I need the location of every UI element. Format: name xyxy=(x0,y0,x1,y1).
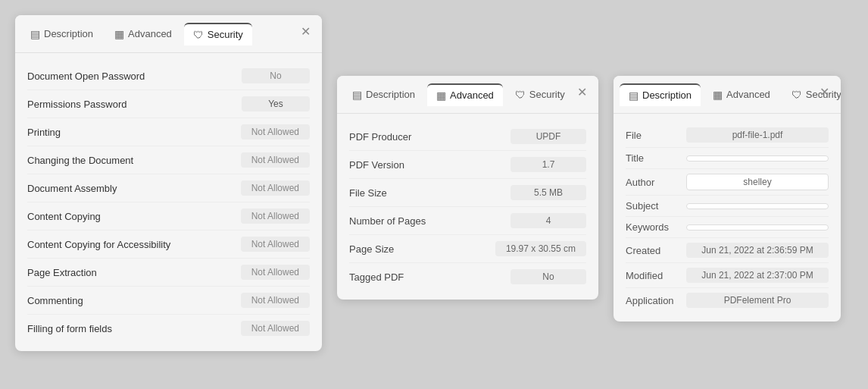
row-value: Jun 21, 2022 at 2:36:59 PM xyxy=(686,243,829,258)
row-value: Not Allowed xyxy=(241,152,310,168)
row-label: Page Size xyxy=(349,243,394,255)
row-value: 5.5 MB xyxy=(510,185,586,200)
table-row: Page Size 19.97 x 30.55 cm xyxy=(349,235,586,263)
row-value: 19.97 x 30.55 cm xyxy=(495,241,586,256)
table-row: Permissions Password Yes xyxy=(27,90,310,118)
tab-description-1[interactable]: ▤ Description xyxy=(21,24,102,45)
table-row: Author shelley xyxy=(626,169,829,196)
row-value: No xyxy=(510,269,586,284)
row-label: PDF Producer xyxy=(349,131,411,143)
table-row: Document Open Password No xyxy=(27,62,310,90)
tab-advanced-label-2: Advanced xyxy=(450,89,494,101)
row-value: Not Allowed xyxy=(241,293,310,308)
table-row: Modified Jun 21, 2022 at 2:37:00 PM xyxy=(626,263,829,288)
row-label: File xyxy=(626,130,679,141)
row-value[interactable]: shelley xyxy=(686,174,829,190)
row-value: 4 xyxy=(510,213,586,228)
row-label: Number of Pages xyxy=(349,215,426,227)
row-value[interactable] xyxy=(686,224,829,231)
table-row: Application PDFelement Pro xyxy=(626,288,829,312)
tab-security-2[interactable]: 🛡 Security xyxy=(506,84,574,105)
row-label: Author xyxy=(626,177,679,188)
table-row: Printing Not Allowed xyxy=(27,118,310,146)
tab-advanced-1[interactable]: ▦ Advanced xyxy=(105,24,181,45)
panel3-tabs: ▤ Description ▦ Advanced 🛡 Security ✕ xyxy=(614,76,841,114)
row-label: Printing xyxy=(27,127,61,138)
tab-description-label-1: Description xyxy=(44,28,93,39)
row-label: Page Extraction xyxy=(27,267,97,278)
table-row: Content Copying for Accessibility Not Al… xyxy=(27,231,310,259)
tab-description-2[interactable]: ▤ Description xyxy=(343,84,424,105)
row-label: Document Open Password xyxy=(27,71,145,82)
row-label: Commenting xyxy=(27,295,83,306)
row-value: 1.7 xyxy=(510,157,586,172)
panel1-body: Document Open Password No Permissions Pa… xyxy=(15,53,322,351)
description-icon-3: ▤ xyxy=(629,89,639,102)
tab-advanced-label-3: Advanced xyxy=(726,89,770,100)
row-label: File Size xyxy=(349,187,387,199)
tab-description-label-3: Description xyxy=(642,89,692,101)
row-value: Not Allowed xyxy=(241,237,310,252)
row-label: Document Assembly xyxy=(27,183,117,194)
row-label: Created xyxy=(626,245,679,256)
advanced-icon-3: ▦ xyxy=(713,89,723,101)
row-label: Content Copying for Accessibility xyxy=(27,239,170,250)
row-value: Not Allowed xyxy=(241,180,310,196)
row-value: PDFelement Pro xyxy=(686,293,829,308)
tab-security-label-1: Security xyxy=(208,29,243,40)
close-button-2[interactable]: ✕ xyxy=(573,85,591,100)
row-value: Not Allowed xyxy=(241,265,310,280)
table-row: File pdf-file-1.pdf xyxy=(626,123,829,148)
table-row: Commenting Not Allowed xyxy=(27,287,310,315)
advanced-icon-1: ▦ xyxy=(114,28,124,40)
tab-advanced-label-1: Advanced xyxy=(128,28,172,39)
table-row: Filling of form fields Not Allowed xyxy=(27,315,310,342)
row-value: No xyxy=(242,68,310,83)
panel3-body: File pdf-file-1.pdf Title Author shelley… xyxy=(614,114,841,322)
table-row: Tagged PDF No xyxy=(349,263,586,290)
row-value: Jun 21, 2022 at 2:37:00 PM xyxy=(686,268,829,283)
table-row: Page Extraction Not Allowed xyxy=(27,259,310,287)
row-label: Tagged PDF xyxy=(349,271,404,283)
row-value: Not Allowed xyxy=(241,209,310,224)
security-panel: ▤ Description ▦ Advanced 🛡 Security ✕ Do… xyxy=(15,15,322,351)
close-button-1[interactable]: ✕ xyxy=(297,24,314,39)
table-row: Document Assembly Not Allowed xyxy=(27,174,310,202)
description-icon-1: ▤ xyxy=(30,28,40,40)
row-value: pdf-file-1.pdf xyxy=(686,127,829,143)
row-label: Keywords xyxy=(626,221,679,233)
row-value: UPDF xyxy=(510,129,586,144)
table-row: Created Jun 21, 2022 at 2:36:59 PM xyxy=(626,238,829,263)
table-row: Title xyxy=(626,148,829,169)
security-icon-1: 🛡 xyxy=(193,29,204,41)
row-label: Application xyxy=(626,295,679,306)
tab-advanced-3[interactable]: ▦ Advanced xyxy=(704,84,779,105)
row-value: Not Allowed xyxy=(241,124,310,140)
table-row: File Size 5.5 MB xyxy=(349,179,586,207)
tab-security-label-2: Security xyxy=(529,89,565,100)
row-value[interactable] xyxy=(686,155,829,162)
row-label: Modified xyxy=(626,270,679,281)
row-value: Yes xyxy=(242,96,310,111)
advanced-panel: ▤ Description ▦ Advanced 🛡 Security ✕ PD… xyxy=(337,76,598,300)
description-panel: ▤ Description ▦ Advanced 🛡 Security ✕ Fi… xyxy=(614,76,841,322)
panel2-tabs: ▤ Description ▦ Advanced 🛡 Security ✕ xyxy=(337,76,598,114)
tab-advanced-2[interactable]: ▦ Advanced xyxy=(427,83,503,106)
row-label: Permissions Password xyxy=(27,99,127,110)
row-label: Subject xyxy=(626,200,679,212)
row-label: Filling of form fields xyxy=(27,323,112,334)
security-icon-2: 🛡 xyxy=(515,89,526,101)
advanced-icon-2: ▦ xyxy=(436,89,446,102)
panel2-body: PDF Producer UPDF PDF Version 1.7 File S… xyxy=(337,114,598,300)
table-row: PDF Producer UPDF xyxy=(349,123,586,151)
security-icon-3: 🛡 xyxy=(792,89,802,101)
row-label: Content Copying xyxy=(27,211,101,222)
table-row: Number of Pages 4 xyxy=(349,207,586,235)
table-row: Subject xyxy=(626,196,829,217)
row-value[interactable] xyxy=(686,203,829,209)
row-label: Changing the Document xyxy=(27,155,133,166)
tab-security-1[interactable]: 🛡 Security xyxy=(184,23,252,45)
close-button-3[interactable]: ✕ xyxy=(816,85,833,100)
panel1-tabs: ▤ Description ▦ Advanced 🛡 Security ✕ xyxy=(15,15,322,53)
tab-description-3[interactable]: ▤ Description xyxy=(620,83,701,106)
